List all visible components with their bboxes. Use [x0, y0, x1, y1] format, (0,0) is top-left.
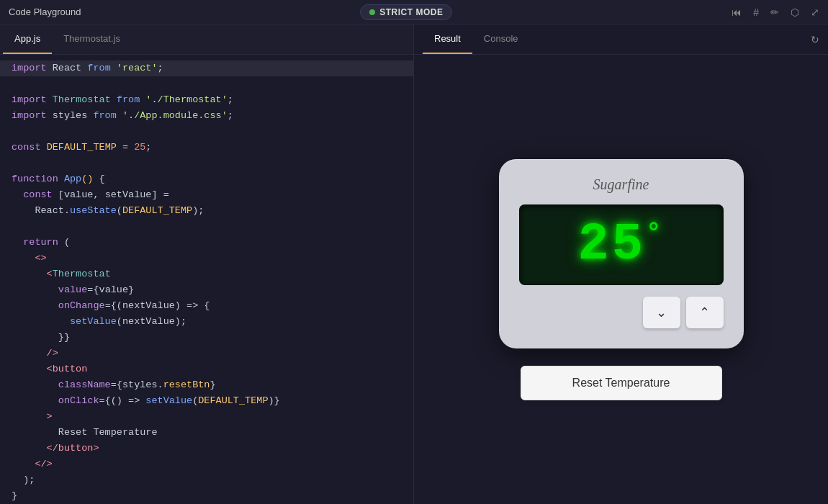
expand-icon[interactable]: ⤢ — [811, 6, 819, 18]
result-content: Sugarfine 25° ⌄ ⌃ Reset Temperature — [414, 55, 828, 504]
code-line — [0, 219, 413, 235]
thermostat-wrapper: Sugarfine 25° ⌄ ⌃ Reset Temperature — [499, 159, 744, 400]
code-line: onChange={(nextValue) => { — [0, 298, 413, 314]
code-line: const [value, setValue] = — [0, 187, 413, 203]
code-line: import styles from './App.module.css'; — [0, 108, 413, 124]
thermostat-device: Sugarfine 25° ⌄ ⌃ — [499, 159, 744, 348]
code-line — [0, 76, 413, 92]
line-content: <Thermostat — [0, 266, 122, 282]
line-content: import React from 'react'; — [0, 60, 175, 76]
tab-appjs[interactable]: App.js — [3, 24, 52, 54]
code-line: import Thermostat from './Thermostat'; — [0, 92, 413, 108]
line-content: React.useState(DEFAULT_TEMP); — [0, 203, 215, 219]
title-bar-icons: ⏮ # ✏ ⬡ ⤢ — [732, 6, 819, 18]
line-content — [0, 156, 29, 171]
title-bar: Code Playground STRICT MODE ⏮ # ✏ ⬡ ⤢ — [0, 0, 828, 24]
title-bar-left: Code Playground — [9, 6, 81, 17]
temperature-display: 25° — [577, 215, 664, 274]
code-line: Reset Temperature — [0, 425, 413, 441]
line-content: return ( — [0, 235, 81, 251]
line-content: onChange={(nextValue) => { — [0, 298, 221, 314]
code-line: > — [0, 409, 413, 425]
line-content: className={styles.resetBtn} — [0, 377, 228, 393]
line-content: const [value, setValue] = — [0, 187, 181, 203]
main-layout: App.js Thermostat.js import React from '… — [0, 24, 828, 504]
temp-up-button[interactable]: ⌃ — [686, 297, 724, 328]
code-line: onClick={() => setValue(DEFAULT_TEMP)} — [0, 393, 413, 409]
code-line: return ( — [0, 235, 413, 251]
code-line: <> — [0, 251, 413, 266]
code-line: setValue(nextValue); — [0, 314, 413, 330]
line-content: ); — [0, 472, 46, 488]
line-content: Reset Temperature — [0, 425, 169, 441]
refresh-icon[interactable]: ↻ — [811, 34, 819, 45]
tab-result[interactable]: Result — [423, 24, 472, 54]
code-line: const DEFAULT_TEMP = 25; — [0, 140, 413, 156]
hash-icon[interactable]: # — [753, 6, 759, 18]
code-line: React.useState(DEFAULT_TEMP); — [0, 203, 413, 219]
degree-symbol: ° — [646, 219, 665, 248]
line-content: onClick={() => setValue(DEFAULT_TEMP)} — [0, 393, 292, 409]
code-panel: App.js Thermostat.js import React from '… — [0, 24, 414, 504]
code-line: }} — [0, 330, 413, 346]
code-line: function App() { — [0, 171, 413, 187]
code-line: value={value} — [0, 282, 413, 298]
strict-mode-label: STRICT MODE — [379, 7, 443, 17]
temp-down-button[interactable]: ⌄ — [643, 297, 680, 328]
result-panel: Result Console ↻ Sugarfine 25° ⌄ ⌃ — [414, 24, 828, 504]
line-content: value={value} — [0, 282, 145, 298]
line-content: <> — [0, 251, 58, 266]
tab-thermostatjs[interactable]: Thermostat.js — [52, 24, 132, 54]
line-content: </button> — [0, 441, 111, 456]
strict-mode-badge[interactable]: STRICT MODE — [360, 4, 452, 20]
code-line: import React from 'react'; — [0, 60, 413, 76]
code-line: /> — [0, 346, 413, 361]
line-content — [0, 219, 29, 235]
pencil-icon[interactable]: ✏ — [770, 6, 779, 18]
line-content: } — [0, 488, 29, 504]
line-content: import Thermostat from './Thermostat'; — [0, 92, 245, 108]
line-content: setValue(nextValue); — [0, 314, 198, 330]
code-line — [0, 156, 413, 171]
external-icon[interactable]: ⬡ — [791, 6, 799, 18]
line-content: > — [0, 409, 64, 425]
code-line: </> — [0, 456, 413, 472]
back-icon[interactable]: ⏮ — [732, 6, 742, 18]
result-tab-bar: Result Console ↻ — [414, 24, 828, 55]
code-line: className={styles.resetBtn} — [0, 377, 413, 393]
line-content: </> — [0, 456, 64, 472]
code-line: <button — [0, 361, 413, 377]
result-tabs: Result Console — [423, 24, 530, 54]
code-line — [0, 124, 413, 140]
line-content — [0, 76, 29, 92]
line-content: function App() { — [0, 171, 117, 187]
device-brand: Sugarfine — [519, 176, 724, 193]
line-content: const DEFAULT_TEMP = 25; — [0, 140, 163, 156]
line-content — [0, 124, 29, 140]
code-line: } — [0, 488, 413, 504]
tab-console[interactable]: Console — [472, 24, 530, 54]
temp-value: 25 — [577, 215, 645, 274]
display-screen: 25° — [519, 204, 724, 285]
line-content: /> — [0, 346, 70, 361]
reset-temperature-button[interactable]: Reset Temperature — [521, 366, 722, 400]
strict-dot — [369, 9, 375, 15]
code-line: <Thermostat — [0, 266, 413, 282]
line-content: <button — [0, 361, 99, 377]
device-controls: ⌄ ⌃ — [519, 297, 724, 328]
line-content: import styles from './App.module.css'; — [0, 108, 245, 124]
code-line: </button> — [0, 441, 413, 456]
line-content: }} — [0, 330, 81, 346]
left-tab-bar: App.js Thermostat.js — [0, 24, 413, 55]
code-line: ); — [0, 472, 413, 488]
app-title: Code Playground — [9, 6, 81, 17]
code-area[interactable]: import React from 'react'; import Thermo… — [0, 55, 413, 504]
